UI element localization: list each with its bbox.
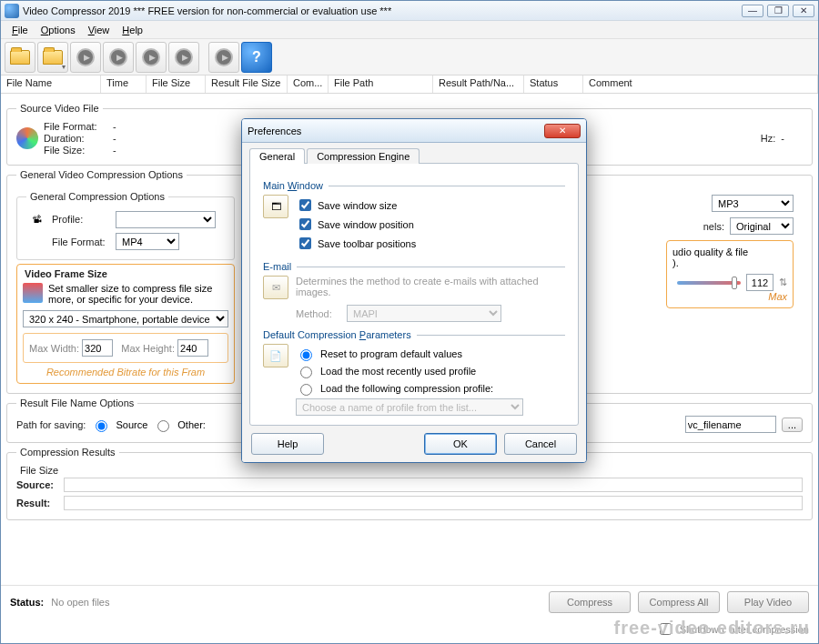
radio-load-following[interactable]: Load the following compression profile: xyxy=(296,381,565,396)
preferences-dialog: Preferences ✕ General Compression Engine… xyxy=(241,118,587,463)
check-save-toolbar[interactable]: Save toolbar positions xyxy=(296,235,565,252)
radio-reset-default[interactable]: Reset to program default values xyxy=(296,347,565,361)
dialog-close-button[interactable]: ✕ xyxy=(544,124,581,138)
dialog-title: Preferences xyxy=(248,126,301,136)
check-save-size[interactable]: Save window size xyxy=(296,196,565,214)
dialog-footer: Help OK Cancel xyxy=(242,426,586,462)
email-method-select: MAPI xyxy=(347,305,501,322)
cancel-button[interactable]: Cancel xyxy=(504,433,577,455)
group-email: E-mail xyxy=(263,261,291,272)
tab-general[interactable]: General xyxy=(249,148,305,164)
group-defaults: Default Compression Parameters xyxy=(263,329,411,340)
mail-icon: ✉ xyxy=(263,276,288,299)
ok-button[interactable]: OK xyxy=(424,433,497,455)
dialog-titlebar: Preferences ✕ xyxy=(242,119,586,143)
modal-backdrop: Preferences ✕ General Compression Engine… xyxy=(0,0,819,644)
profile-list-select: Choose a name of profile from the list..… xyxy=(296,398,523,416)
tab-compression-engine[interactable]: Compression Engine xyxy=(307,148,420,164)
check-save-position[interactable]: Save window position xyxy=(296,216,565,233)
radio-load-recent[interactable]: Load the most recently used profile xyxy=(296,364,565,378)
group-main-window: Main Window xyxy=(263,180,323,191)
help-dialog-button[interactable]: Help xyxy=(251,433,324,455)
email-method-label: Method: xyxy=(296,308,341,319)
window-icon: 🗔 xyxy=(263,195,288,218)
email-desc: Determines the method to create e-mails … xyxy=(296,276,565,297)
tab-body: Main Window 🗔 Save window size Save wind… xyxy=(249,163,579,426)
defaults-icon: 📄 xyxy=(263,344,288,367)
